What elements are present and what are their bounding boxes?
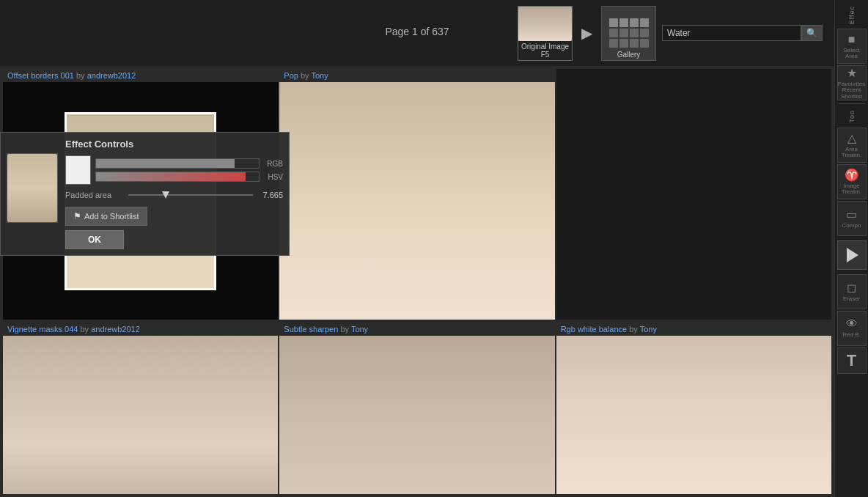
cell-author-subtle[interactable]: Tony (351, 325, 368, 334)
image-treatment-label: ImageTreatm. (842, 183, 861, 196)
original-image-thumbnail[interactable]: Original Image F5 (518, 6, 573, 61)
hsv-slider-track[interactable] (95, 172, 260, 182)
cell-author-vignette[interactable]: andrewb2012 (91, 325, 140, 334)
gallery-button[interactable]: Gallery (601, 6, 656, 61)
cell-header-rgb: Rgb white balance by Tony (556, 323, 831, 336)
right-sidebar: Effec ■ SelectArea ★ FavouritesRecentSho… (834, 0, 868, 497)
content-area: Refection arp Offset borders 001 by andr… (0, 66, 834, 497)
arrow-icon: ▶ (578, 24, 595, 42)
sliders-group: RGB HSV (95, 158, 283, 182)
cell-author-andrewb[interactable]: andrewb2012 (87, 71, 136, 80)
grid-dot (640, 18, 649, 27)
grid-cell-pop: Pop by Tony (279, 69, 554, 320)
grid-cell-empty-top (556, 69, 831, 320)
add-shortlist-label: Add to Shortlist (84, 212, 139, 221)
color-preview-box[interactable] (65, 155, 91, 185)
ok-button[interactable]: OK (65, 230, 124, 249)
cell-image-pop (279, 82, 554, 320)
cell-by-subtle: by (340, 325, 349, 334)
gallery-grid-dots (609, 18, 649, 48)
sidebar-btn-image-treatment[interactable]: ♈ ImageTreatm. (837, 164, 867, 199)
bottom-face-rgb (556, 336, 831, 494)
cell-by-text-pop: by (301, 71, 309, 80)
favourites-label: FavouritesRecentShortlist (838, 81, 865, 100)
sidebar-btn-eraser[interactable]: ◻ Eraser (837, 274, 867, 309)
grid-dot (640, 29, 649, 37)
bottom-face-subtle (279, 336, 554, 494)
grid-dot (640, 39, 649, 48)
sidebar-tools-label: Too (848, 110, 856, 123)
controls-color-row: RGB HSV (65, 155, 283, 185)
padded-area-row: Padded area 7.665 (65, 189, 283, 201)
padded-area-label: Padded area (65, 191, 124, 199)
bottom-cell-subtle (279, 336, 554, 494)
search-button[interactable]: 🔍 (801, 25, 823, 41)
red-b-label: Red B. (842, 332, 860, 339)
hsv-slider-fill (96, 172, 246, 181)
sidebar-btn-red-b[interactable]: 👁 Red B. (837, 311, 867, 346)
original-image-label: Original Image F5 (518, 41, 572, 60)
compose-icon: ▭ (846, 207, 857, 221)
play-icon (847, 248, 858, 262)
sidebar-divider-1 (839, 103, 865, 104)
sidebar-btn-text[interactable]: T (837, 347, 867, 374)
padded-thumb (162, 191, 169, 199)
cell-author-rgb[interactable]: Tony (640, 325, 657, 334)
padded-track (128, 194, 253, 196)
grid-dot (609, 18, 618, 27)
page-indicator-container: Page 1 of 637 (385, 26, 449, 37)
effect-controls-title: Effect Controls (65, 139, 283, 150)
cell-link-vignette[interactable]: Vignette masks 044 (7, 325, 78, 334)
cell-header-subtle: Subtle sharpen by Tony (279, 323, 554, 336)
grid-dot (630, 18, 639, 27)
area-treatment-icon: △ (847, 131, 856, 145)
grid-dot (619, 29, 628, 37)
grid-dot (619, 18, 628, 27)
effect-face-thumb (7, 154, 57, 222)
eraser-icon: ◻ (847, 281, 856, 295)
bottom-cell-vignette (3, 336, 278, 494)
padded-slider[interactable] (128, 189, 253, 201)
compose-label: Compo (842, 223, 861, 229)
effect-controls-panel: Effect Controls RGB (0, 132, 290, 256)
cell-link-offset[interactable]: Offset borders 001 (7, 71, 74, 80)
cell-author-tony[interactable]: Tony (311, 71, 328, 80)
add-to-shortlist-button[interactable]: ⚑ Add to Shortlist (65, 207, 147, 226)
grid-dot (609, 29, 618, 37)
sidebar-effects-label: Effec (848, 6, 856, 24)
search-row: 🔍 (662, 25, 823, 41)
cell-link-rgb[interactable]: Rgb white balance (561, 325, 628, 334)
sidebar-btn-select-area[interactable]: ■ SelectArea (837, 29, 867, 64)
padded-value: 7.665 (257, 191, 283, 199)
play-button[interactable] (837, 240, 867, 270)
pop-face (279, 82, 554, 320)
flag-icon: ⚑ (73, 211, 81, 221)
cell-header-pop: Pop by Tony (279, 69, 554, 82)
image-treatment-icon: ♈ (845, 168, 859, 182)
top-bar: Page 1 of 637 Original Image F5 ▶ (0, 0, 834, 66)
image-grid-bottom (0, 336, 834, 497)
sidebar-btn-favourites[interactable]: ★ FavouritesRecentShortlist (837, 65, 867, 100)
bottom-cell-rgb (556, 336, 831, 494)
text-icon: T (847, 351, 856, 370)
gallery-label: Gallery (617, 51, 641, 60)
star-icon: ★ (847, 66, 857, 80)
eraser-label: Eraser (843, 296, 861, 303)
cell-link-pop[interactable]: Pop (284, 71, 298, 80)
cell-link-subtle[interactable]: Subtle sharpen (284, 325, 338, 334)
top-right-controls: Original Image F5 ▶ (518, 6, 823, 61)
hsv-label: HSV (262, 173, 283, 181)
sidebar-btn-area-treatment[interactable]: △ AreaTreatm. (837, 128, 867, 163)
effect-thumbnail-small (7, 153, 58, 223)
grid-dot (630, 29, 639, 37)
sidebar-btn-compose[interactable]: ▭ Compo (837, 201, 867, 236)
rgb-slider-track[interactable] (95, 158, 260, 169)
grid-dot (630, 39, 639, 48)
page-indicator: Page 1 of 637 (385, 26, 449, 37)
rgb-slider-row: RGB (95, 158, 283, 169)
search-input[interactable] (662, 25, 801, 41)
grid-dot (619, 39, 628, 48)
empty-cell-top (556, 69, 831, 320)
ok-label: OK (88, 235, 101, 245)
cell-header-1: Offset borders 001 by andrewb2012 (3, 69, 278, 82)
